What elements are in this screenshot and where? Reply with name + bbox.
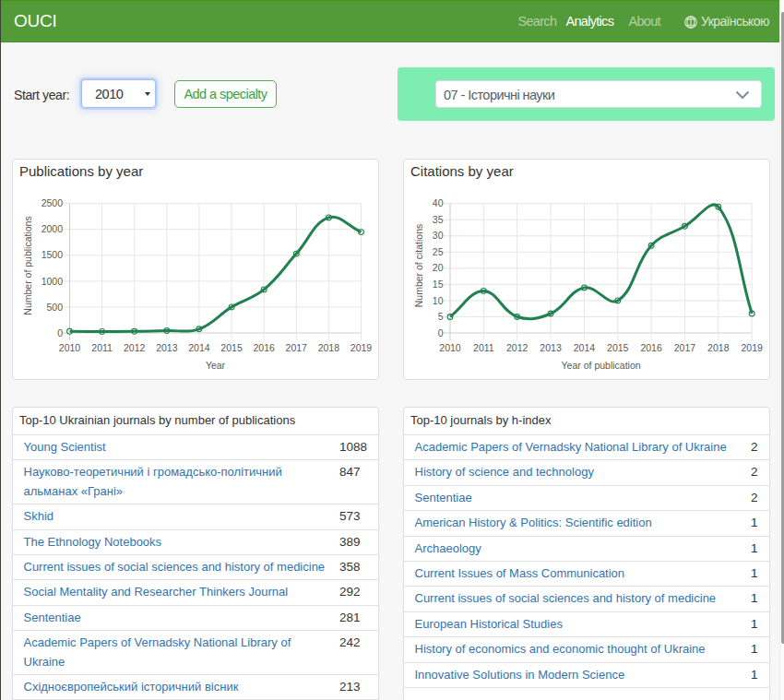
- svg-text:35: 35: [433, 214, 444, 225]
- svg-text:2016: 2016: [640, 342, 662, 353]
- svg-text:500: 500: [46, 302, 63, 313]
- svg-text:2018: 2018: [318, 342, 340, 353]
- svg-text:Number of citations: Number of citations: [413, 224, 424, 307]
- svg-text:Year: Year: [206, 360, 226, 371]
- svg-text:5: 5: [438, 311, 444, 322]
- svg-text:2010: 2010: [439, 342, 461, 353]
- svg-text:2015: 2015: [607, 342, 629, 353]
- svg-text:2012: 2012: [124, 342, 146, 353]
- svg-text:1000: 1000: [42, 276, 64, 287]
- svg-text:2019: 2019: [350, 342, 373, 353]
- svg-text:2015: 2015: [220, 342, 243, 353]
- svg-text:2013: 2013: [156, 342, 178, 353]
- svg-text:15: 15: [433, 279, 444, 290]
- svg-text:2013: 2013: [540, 342, 562, 353]
- svg-text:2014: 2014: [574, 342, 596, 353]
- svg-text:2010: 2010: [59, 342, 81, 353]
- svg-text:0: 0: [57, 327, 63, 338]
- svg-text:40: 40: [433, 197, 444, 208]
- svg-text:Year of publication: Year of publication: [562, 360, 641, 371]
- svg-text:10: 10: [433, 295, 444, 306]
- svg-text:30: 30: [433, 230, 444, 241]
- svg-text:2011: 2011: [473, 342, 494, 353]
- svg-text:0: 0: [438, 327, 444, 338]
- svg-text:2012: 2012: [506, 342, 529, 353]
- svg-text:1500: 1500: [42, 249, 64, 260]
- svg-text:2017: 2017: [286, 342, 308, 353]
- svg-text:2019: 2019: [741, 342, 763, 353]
- svg-text:2011: 2011: [91, 342, 113, 353]
- svg-text:2018: 2018: [707, 342, 730, 353]
- svg-text:2500: 2500: [42, 197, 64, 208]
- svg-text:2017: 2017: [674, 342, 696, 353]
- svg-text:25: 25: [433, 246, 444, 257]
- svg-text:2014: 2014: [188, 342, 210, 353]
- svg-text:Number of publications: Number of publications: [22, 216, 33, 314]
- svg-text:2016: 2016: [253, 342, 275, 353]
- svg-text:20: 20: [433, 262, 444, 273]
- svg-text:2000: 2000: [42, 223, 64, 234]
